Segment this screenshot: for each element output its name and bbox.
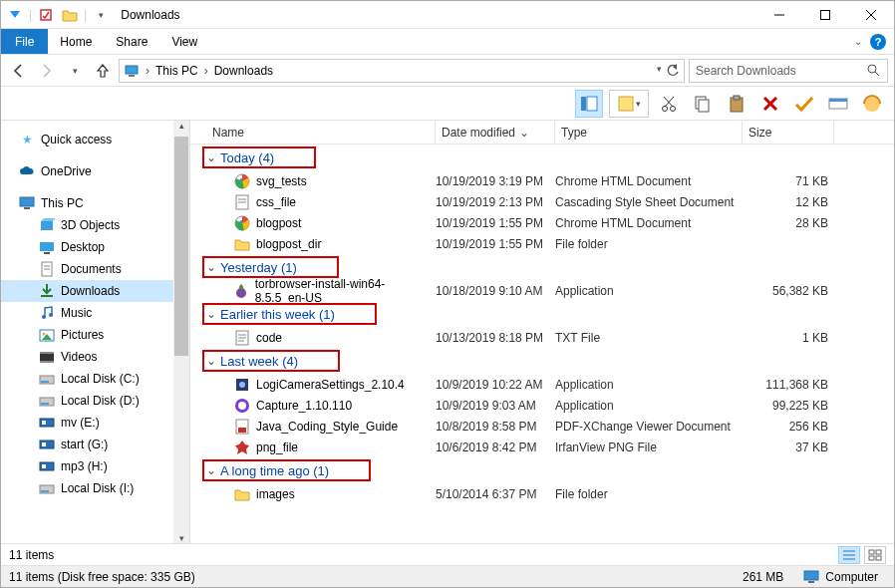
tree-quick-access[interactable]: ★ Quick access [1, 129, 189, 150]
help-icon[interactable]: ? [870, 34, 886, 50]
ribbon-expand-icon[interactable]: ⌄ [854, 36, 862, 47]
file-row[interactable]: torbrowser-install-win64-8.5.5_en-US10/1… [190, 280, 894, 301]
column-type[interactable]: Type [555, 121, 743, 144]
file-type: TXT File [555, 331, 743, 345]
group-header[interactable]: ⌄Earlier this week (1) [202, 303, 377, 325]
column-header-row: Name Date modified⌄ Type Size [190, 121, 894, 145]
delete-icon[interactable] [756, 90, 784, 118]
copy-icon[interactable] [689, 90, 717, 118]
qat-down-arrow-icon[interactable] [5, 5, 25, 25]
sidebar-item[interactable]: start (G:) [1, 434, 189, 455]
nav-up-button[interactable] [91, 59, 115, 83]
qat-customize-icon[interactable]: ▾ [91, 5, 111, 25]
sidebar-item[interactable]: Music [1, 302, 189, 324]
sidebar-item[interactable]: Local Disk (I:) [1, 477, 189, 499]
file-row[interactable]: code10/13/2019 8:18 PMTXT File1 KB [190, 327, 894, 348]
file-row[interactable]: css_file10/19/2019 2:13 PMCascading Styl… [190, 191, 894, 212]
nav-back-button[interactable] [7, 59, 31, 83]
view-details-button[interactable] [838, 546, 860, 564]
tab-home[interactable]: Home [48, 29, 104, 54]
sidebar-item[interactable]: Desktop [1, 236, 189, 258]
svg-rect-50 [42, 421, 46, 425]
file-type: PDF-XChange Viewer Document [555, 420, 743, 434]
file-type: File folder [555, 237, 743, 251]
paste-icon[interactable] [723, 90, 750, 118]
navigation-tree[interactable]: ▴ ▾ ★ Quick access OneDrive This PC 3D O… [1, 121, 190, 543]
tab-share[interactable]: Share [104, 29, 159, 54]
sidebar-item[interactable]: Local Disk (D:) [1, 390, 189, 412]
tree-item-icon [39, 217, 55, 233]
column-size[interactable]: Size [743, 121, 834, 144]
check-icon[interactable] [790, 90, 818, 118]
tree-item-label: mp3 (H:) [61, 459, 108, 473]
tree-item-icon [39, 371, 55, 387]
scrollbar-thumb[interactable] [174, 137, 188, 356]
svg-rect-83 [804, 571, 818, 580]
properties-icon[interactable] [824, 90, 852, 118]
tree-item-label: Local Disk (D:) [61, 394, 140, 408]
maximize-button[interactable] [802, 1, 848, 29]
main-area: ▴ ▾ ★ Quick access OneDrive This PC 3D O… [1, 121, 894, 543]
status-location: Computer [825, 570, 878, 584]
sidebar-scrollbar[interactable]: ▴ ▾ [173, 121, 189, 543]
qat-folder-icon[interactable] [60, 5, 80, 25]
svg-point-64 [236, 288, 246, 298]
breadcrumb-downloads[interactable]: Downloads [214, 64, 273, 78]
column-name[interactable]: Name [206, 121, 436, 144]
sidebar-item[interactable]: Documents [1, 258, 189, 280]
file-row[interactable]: Capture_1.10.11010/9/2019 9:03 AMApplica… [190, 395, 894, 416]
file-rows-container[interactable]: ⌄Today (4)svg_tests10/19/2019 3:19 PMChr… [190, 145, 894, 543]
file-type: Chrome HTML Document [555, 216, 743, 230]
group-header[interactable]: ⌄Last week (4) [202, 350, 340, 372]
tree-item-label: Pictures [61, 328, 104, 342]
column-date[interactable]: Date modified⌄ [436, 121, 555, 144]
sidebar-item[interactable]: mv (E:) [1, 412, 189, 434]
file-row[interactable]: LogiCameraSettings_2.10.410/9/2019 10:22… [190, 374, 894, 395]
address-bar[interactable]: This PC Downloads ▾ [119, 59, 685, 83]
breadcrumb-this-pc[interactable]: This PC [155, 64, 198, 78]
shell-icon[interactable] [858, 90, 886, 118]
group-header[interactable]: ⌄A long time ago (1) [202, 459, 371, 481]
minimize-button[interactable] [756, 1, 802, 29]
status-size: 261 MB [743, 570, 803, 584]
sidebar-item[interactable]: mp3 (H:) [1, 455, 189, 477]
sidebar-item[interactable]: Downloads [1, 280, 189, 302]
sidebar-item[interactable]: Local Disk (C:) [1, 368, 189, 390]
svg-rect-21 [734, 96, 740, 100]
group-header[interactable]: ⌄Yesterday (1) [202, 256, 339, 278]
refresh-icon[interactable] [666, 64, 680, 78]
tab-file[interactable]: File [1, 29, 48, 54]
sidebar-item[interactable]: Pictures [1, 324, 189, 346]
tree-item-label: Local Disk (I:) [61, 481, 134, 495]
file-row[interactable]: images5/10/2014 6:37 PMFile folder [190, 483, 894, 504]
qat-properties-icon[interactable] [36, 5, 56, 25]
nav-forward-button[interactable] [35, 59, 59, 83]
tree-this-pc[interactable]: This PC [1, 192, 189, 214]
svg-line-16 [664, 97, 673, 107]
tree-item-icon [39, 283, 55, 299]
nav-recent-button[interactable]: ▾ [63, 59, 87, 83]
breadcrumb-sep-icon[interactable] [144, 64, 151, 78]
file-row[interactable]: png_file10/6/2019 8:42 PMIrfanView PNG F… [190, 437, 894, 457]
file-row[interactable]: svg_tests10/19/2019 3:19 PMChrome HTML D… [190, 170, 894, 191]
breadcrumb-sep-icon-2[interactable] [202, 64, 210, 78]
file-date: 5/10/2014 6:37 PM [436, 487, 555, 501]
view-options-button[interactable]: ▾ [609, 90, 649, 118]
search-icon[interactable] [867, 64, 881, 78]
search-input[interactable]: Search Downloads [689, 59, 888, 83]
sidebar-item[interactable]: Videos [1, 346, 189, 368]
sidebar-item[interactable]: 3D Objects [1, 214, 189, 236]
file-row[interactable]: blogpost_dir10/19/2019 1:55 PMFile folde… [190, 233, 894, 254]
tab-view[interactable]: View [159, 29, 209, 54]
group-header[interactable]: ⌄Today (4) [202, 147, 316, 168]
tree-item-icon [39, 261, 55, 277]
view-thumbnails-button[interactable] [864, 546, 886, 564]
file-row[interactable]: Java_Coding_Style_Guide10/8/2019 8:58 PM… [190, 416, 894, 437]
file-row[interactable]: blogpost10/19/2019 1:55 PMChrome HTML Do… [190, 212, 894, 233]
address-dropdown-icon[interactable]: ▾ [657, 64, 662, 78]
close-button[interactable] [848, 1, 894, 29]
cut-icon[interactable] [655, 90, 683, 118]
tree-onedrive[interactable]: OneDrive [1, 160, 189, 182]
file-date: 10/13/2019 8:18 PM [436, 331, 555, 345]
view-mode-button[interactable] [575, 90, 603, 118]
